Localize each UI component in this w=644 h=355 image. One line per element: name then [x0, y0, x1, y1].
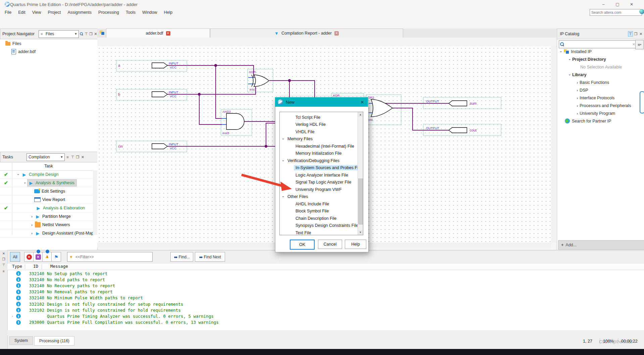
ip-tree-item[interactable]: Installed IP: [557, 48, 639, 55]
file-type-item[interactable]: University Program VWF: [280, 186, 363, 193]
ip-tree-item[interactable]: Library: [557, 71, 639, 79]
dialog-close-icon[interactable]: ✕: [359, 100, 365, 105]
menu-assignments[interactable]: Assignments: [64, 9, 95, 15]
message-row[interactable]: › Quartus Prime Timing Analyzer was succ…: [7, 313, 643, 319]
wire-b-to-and2[interactable]: [199, 94, 224, 124]
ip-search-box[interactable]: ✕: [559, 40, 637, 48]
pin-icon[interactable]: ⊤: [628, 31, 633, 37]
file-type-item[interactable]: Hexadecimal (Intel-Format) File: [280, 143, 363, 150]
file-type-item[interactable]: In-System Sources and Probes File: [280, 164, 363, 172]
ip-tree-item[interactable]: Search for Partner IP: [557, 117, 639, 125]
navigator-filter-combo[interactable]: ≡ Files ▼: [39, 30, 79, 38]
expander-icon[interactable]: [575, 81, 580, 85]
find-button[interactable]: Find...: [170, 252, 193, 262]
wire-a-to-xor1[interactable]: [167, 65, 254, 78]
message-row[interactable]: › 332140 No Recovery paths to report: [7, 283, 643, 289]
menu-file[interactable]: File: [1, 9, 15, 15]
menu-project[interactable]: Project: [45, 9, 64, 15]
xor-gate[interactable]: [254, 75, 269, 87]
ip-tree-item[interactable]: Project Directory: [557, 55, 639, 63]
message-row[interactable]: › 332102 Design is not fully constrained…: [7, 307, 643, 313]
ip-search-input[interactable]: [566, 42, 631, 47]
menu-edit[interactable]: Edit: [15, 9, 29, 15]
file-type-item[interactable]: VHDL File: [280, 128, 363, 136]
file-type-item[interactable]: Text File: [280, 229, 363, 235]
message-row[interactable]: › 332102 Design is not fully constrained…: [7, 301, 643, 307]
task-row[interactable]: ✔ Analysis & Synthesis: [0, 179, 93, 187]
maximize-button[interactable]: ▢: [612, 1, 623, 7]
ip-tree-item[interactable]: Interface Protocols: [557, 94, 639, 102]
search-icon[interactable]: [79, 32, 84, 36]
ip-tree-item[interactable]: Processors and Peripherals: [557, 102, 639, 109]
dialog-scrollbar-thumb[interactable]: [358, 179, 363, 224]
project-tree-item[interactable]: adder.bdf: [0, 48, 97, 56]
ip-tree-item[interactable]: DSP: [557, 86, 639, 94]
expander-icon[interactable]: [568, 72, 572, 77]
editor-vscrollbar[interactable]: ▲ ▼: [551, 46, 556, 243]
clear-icon[interactable]: ✕: [632, 42, 635, 47]
window-layout-icon[interactable]: [99, 30, 105, 35]
expander-icon[interactable]: [30, 231, 34, 235]
task-row[interactable]: ✔ Partition Merge: [0, 212, 93, 221]
column-id[interactable]: ID: [33, 264, 38, 269]
float-icon[interactable]: ❐: [1, 257, 6, 261]
message-row[interactable]: › 332140 No Removal paths to report: [7, 289, 643, 295]
expander-icon[interactable]: [575, 104, 580, 108]
menu-tools[interactable]: Tools: [122, 9, 139, 15]
expander-icon[interactable]: [575, 96, 580, 100]
tab-adder-bdf[interactable]: adder.bdf ✕: [106, 29, 210, 38]
menu-help[interactable]: Help: [161, 9, 176, 15]
message-row[interactable]: › 293000 Quartus Prime Full Compilation …: [7, 319, 643, 325]
menu-window[interactable]: Window: [139, 9, 160, 15]
expander-icon[interactable]: [559, 49, 563, 54]
expander-icon[interactable]: [281, 137, 285, 141]
menu-view[interactable]: View: [29, 9, 45, 15]
or2-gate[interactable]: [371, 99, 392, 117]
task-row[interactable]: ✔ View Report: [0, 196, 93, 204]
output-pin-cout[interactable]: [449, 128, 467, 133]
menu-icon[interactable]: ≡: [1, 269, 6, 273]
expander-icon[interactable]: [30, 214, 34, 218]
task-row[interactable]: ✔ Edit Settings: [0, 187, 93, 196]
wire-b-to-xor1[interactable]: [167, 84, 256, 94]
ip-tree-item[interactable]: University Program: [557, 109, 639, 117]
messages-hscrollbar[interactable]: ◀ ▶: [7, 330, 644, 335]
tasks-scrollbar[interactable]: [93, 170, 97, 235]
file-type-item[interactable]: Block Symbol File: [280, 208, 363, 215]
file-type-item[interactable]: Synopsys Design Constraints File: [280, 222, 363, 230]
float-icon[interactable]: ❐: [634, 32, 638, 36]
pin-icon[interactable]: ⊤: [70, 155, 75, 159]
help-globe-icon[interactable]: [639, 9, 644, 14]
input-pin-a[interactable]: [152, 63, 167, 68]
ip-catalog-scrollbar-thumb[interactable]: [640, 91, 644, 113]
file-type-item[interactable]: Tcl Script File: [280, 114, 363, 121]
task-row[interactable]: ✔ Netlist Viewers: [0, 221, 93, 229]
file-type-item[interactable]: Logic Analyzer Interface File: [280, 171, 363, 179]
ip-tree-item[interactable]: Basic Functions: [557, 79, 639, 86]
file-type-item[interactable]: AHDL Include File: [280, 200, 363, 208]
close-panel-icon[interactable]: ✕: [80, 155, 85, 159]
and2-gate[interactable]: [226, 113, 244, 130]
input-pin-cin[interactable]: [152, 144, 167, 149]
file-type-item[interactable]: Memory Files: [280, 136, 363, 143]
menu-processing[interactable]: Processing: [95, 9, 122, 15]
input-pin-b[interactable]: [152, 92, 167, 97]
altera-search-input[interactable]: [590, 9, 642, 16]
messages-tab[interactable]: System: [9, 336, 33, 345]
task-flow-combo[interactable]: Compilation ▼: [26, 153, 65, 161]
ok-button[interactable]: OK: [290, 240, 315, 250]
output-pin-sum[interactable]: [449, 101, 467, 106]
file-type-item[interactable]: Signal Tap Logic Analyzer File: [280, 179, 363, 186]
ip-tree-item[interactable]: No Selection Available: [557, 63, 639, 71]
close-tab-icon[interactable]: ✕: [334, 31, 339, 36]
project-tree-item[interactable]: Files: [0, 40, 97, 48]
minimize-button[interactable]: –: [598, 1, 608, 7]
file-type-item[interactable]: Verification/Debugging Files: [280, 157, 363, 164]
file-type-item[interactable]: Other Files: [280, 193, 363, 201]
close-panel-icon[interactable]: ✕: [1, 251, 6, 256]
float-icon[interactable]: ❐: [89, 32, 93, 36]
file-type-item[interactable]: Memory Initialization File: [280, 150, 363, 157]
find-next-button[interactable]: Find Next: [195, 252, 225, 262]
ip-add-button[interactable]: + Add...: [558, 240, 644, 250]
message-filter-input[interactable]: [75, 254, 151, 260]
